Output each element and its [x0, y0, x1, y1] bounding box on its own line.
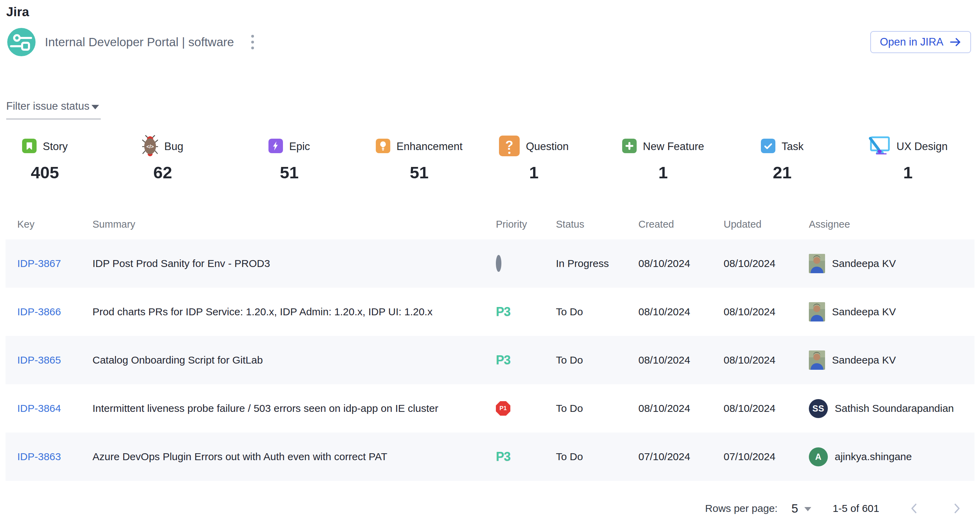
project-title: Internal Developer Portal | software — [45, 35, 234, 49]
column-header-summary: Summary — [92, 219, 496, 230]
table-header-row: Key Summary Priority Status Created Upda… — [6, 209, 974, 240]
rows-per-page-label: Rows per page: — [705, 503, 778, 514]
issue-updated: 07/10/2024 — [724, 451, 809, 463]
epic-icon — [269, 139, 283, 154]
priority-p3-icon: P3 — [496, 449, 511, 463]
stat-label: Enhancement — [396, 140, 462, 153]
stat-count: 1 — [659, 163, 668, 182]
open-in-jira-label: Open in JIRA — [880, 36, 943, 48]
stat-question: ? Question 1 — [499, 134, 569, 182]
priority-p3-icon: P3 — [496, 353, 511, 367]
table-row: IDP-3864 Intermittent liveness probe fai… — [6, 384, 974, 433]
issue-updated: 08/10/2024 — [724, 258, 809, 270]
issue-key-link[interactable]: IDP-3866 — [17, 306, 61, 317]
stat-task: Task 21 — [761, 134, 804, 182]
table-row: IDP-3863 Azure DevOps Plugin Errors out … — [6, 433, 974, 481]
pagination-bar: Rows per page: 5 1-5 of 601 — [705, 497, 965, 519]
avatar-initials: SS — [809, 399, 828, 418]
chevron-down-icon — [91, 105, 99, 109]
stat-count: 1 — [529, 163, 538, 182]
column-header-status: Status — [556, 219, 638, 230]
stat-bug: </> Bug 62 — [142, 134, 183, 182]
issue-type-stats: Story 405 </> — [0, 134, 980, 182]
issue-created: 08/10/2024 — [638, 306, 724, 318]
rows-per-page-value: 5 — [791, 501, 798, 515]
priority-none-icon — [496, 255, 501, 272]
stat-story: Story 405 — [22, 134, 68, 182]
issue-summary: Azure DevOps Plugin Errors out with Auth… — [92, 451, 496, 463]
stat-label: UX Design — [896, 140, 948, 153]
enhancement-icon — [376, 139, 390, 154]
filter-label: Filter issue status — [6, 100, 89, 113]
bug-icon: </> — [142, 135, 158, 158]
issue-summary: Prod charts PRs for IDP Service: 1.20.x,… — [92, 306, 496, 318]
page-title: Jira — [0, 0, 980, 19]
issue-summary: IDP Post Prod Sanity for Env - PROD3 — [92, 258, 496, 270]
stat-count: 1 — [903, 163, 912, 182]
stat-count: 51 — [280, 163, 299, 182]
stat-label: Bug — [164, 140, 183, 153]
issue-updated: 08/10/2024 — [724, 306, 809, 318]
stat-new-feature: New Feature 1 — [622, 134, 704, 182]
integration-logo-icon — [7, 28, 36, 57]
avatar-initials: A — [809, 447, 828, 466]
issue-key-link[interactable]: IDP-3863 — [17, 451, 61, 462]
assignee-name: Sandeepa KV — [832, 306, 896, 318]
assignee-name: Sandeepa KV — [832, 354, 896, 366]
stat-enhancement: Enhancement 51 — [376, 134, 462, 182]
assignee-name: ajinkya.shingane — [835, 451, 912, 463]
next-page-button[interactable] — [949, 501, 965, 516]
column-header-priority: Priority — [496, 219, 556, 230]
issue-key-link[interactable]: IDP-3864 — [17, 403, 61, 414]
story-icon — [22, 139, 37, 154]
issue-status: To Do — [556, 451, 638, 463]
issue-summary: Catalog Onboarding Script for GitLab — [92, 354, 496, 366]
avatar — [809, 351, 825, 370]
table-row: IDP-3865 Catalog Onboarding Script for G… — [6, 336, 974, 384]
column-header-assignee: Assignee — [809, 219, 974, 230]
rows-per-page-select[interactable]: 5 — [791, 501, 811, 515]
stat-label: Story — [43, 140, 68, 153]
arrow-right-icon — [950, 37, 961, 47]
question-icon: ? — [499, 136, 520, 158]
issue-created: 08/10/2024 — [638, 354, 724, 366]
new-feature-icon — [622, 139, 636, 154]
issue-key-link[interactable]: IDP-3865 — [17, 354, 61, 366]
filter-issue-status-select[interactable]: Filter issue status — [6, 100, 101, 119]
avatar — [809, 254, 825, 273]
issue-status: To Do — [556, 306, 638, 318]
table-row: IDP-3867 IDP Post Prod Sanity for Env - … — [6, 240, 974, 288]
stat-count: 51 — [410, 163, 429, 182]
issue-status: To Do — [556, 403, 638, 414]
svg-text:</>: </> — [146, 143, 154, 149]
stat-ux-design: UX Design 1 — [868, 134, 948, 182]
chevron-down-icon — [804, 507, 811, 511]
issue-key-link[interactable]: IDP-3867 — [17, 258, 61, 269]
stat-label: Question — [526, 140, 569, 153]
previous-page-button[interactable] — [906, 501, 922, 516]
ux-design-icon — [868, 136, 890, 158]
issue-created: 08/10/2024 — [638, 403, 724, 414]
table-row: IDP-3866 Prod charts PRs for IDP Service… — [6, 288, 974, 336]
issue-created: 07/10/2024 — [638, 451, 724, 463]
stat-count: 405 — [31, 163, 59, 182]
column-header-key: Key — [17, 219, 92, 230]
assignee-name: Sandeepa KV — [832, 258, 896, 270]
task-icon — [761, 139, 775, 154]
issue-created: 08/10/2024 — [638, 258, 724, 270]
assignee-name: Sathish Soundarapandian — [835, 403, 954, 414]
kebab-menu-icon[interactable] — [248, 32, 257, 52]
avatar — [809, 302, 825, 322]
stat-label: New Feature — [643, 140, 704, 153]
issue-updated: 08/10/2024 — [724, 354, 809, 366]
stat-count: 21 — [773, 163, 792, 182]
column-header-created: Created — [638, 219, 724, 230]
issue-status: To Do — [556, 354, 638, 366]
column-header-updated: Updated — [724, 219, 809, 230]
priority-p1-icon: P1 — [496, 401, 511, 416]
priority-p3-icon: P3 — [496, 305, 511, 319]
app-header: Internal Developer Portal | software Ope… — [7, 26, 971, 58]
stat-label: Epic — [289, 140, 310, 153]
table-body: IDP-3867 IDP Post Prod Sanity for Env - … — [6, 240, 974, 481]
open-in-jira-button[interactable]: Open in JIRA — [870, 31, 971, 53]
